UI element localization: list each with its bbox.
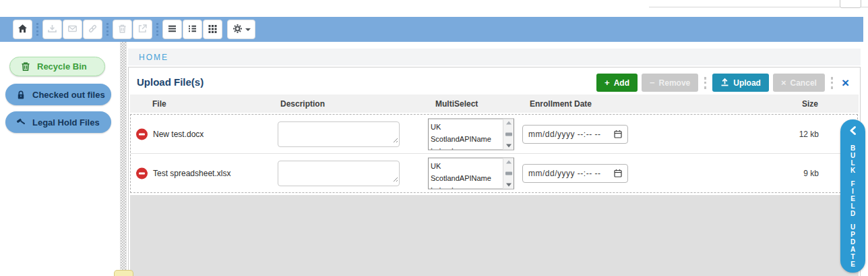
calendar-icon (614, 169, 622, 177)
sidebar-item-label: Legal Hold Files (32, 117, 100, 128)
x-icon: × (781, 78, 786, 87)
home-button[interactable] (13, 20, 32, 39)
panel-resize-gutter (120, 42, 127, 276)
multiselect-option[interactable]: UK (431, 122, 441, 130)
multiselect-listbox[interactable]: UK ScotlandAPIName Ireland (428, 157, 514, 189)
app-window: Recycle Bin Checked out files Legal Hold… (0, 0, 868, 276)
column-header-file: File (152, 99, 166, 109)
listbox-scrollbar[interactable] (503, 119, 514, 149)
enrollment-date-input[interactable]: mm/dd/yyyy --:-- -- (522, 125, 628, 144)
partial-toast (114, 270, 133, 276)
remove-row-icon[interactable] (136, 167, 148, 179)
scroll-down-icon[interactable] (506, 183, 512, 186)
table-row: New test.docx UK ScotlandAPIName Ireland (131, 115, 857, 154)
sidebar-item-checked-out-files[interactable]: Checked out files (5, 84, 111, 105)
actions-separator (704, 77, 706, 89)
column-header-enrollment-date: Enrollment Date (530, 99, 592, 109)
plus-icon: + (604, 78, 610, 87)
remove-row-icon[interactable] (136, 128, 148, 140)
multiselect-option[interactable]: ScotlandAPIName (431, 173, 491, 182)
bulk-tab-word: FIELD (850, 180, 855, 217)
scroll-thumb[interactable] (505, 132, 512, 136)
panel-actions: + Add − Remove Upload × Cancel × (596, 74, 852, 92)
list-view-icon (167, 24, 177, 36)
toolbar-group-send (42, 20, 102, 39)
remove-button[interactable]: − Remove (642, 74, 698, 92)
link-icon (88, 24, 98, 36)
delete-button[interactable] (113, 20, 132, 39)
detail-view-button[interactable] (183, 20, 202, 39)
upload-icon (720, 78, 729, 88)
link-button[interactable] (83, 20, 102, 39)
delete-icon (117, 24, 127, 36)
description-field-wrap (278, 121, 400, 147)
upload-panel: Upload File(s) + Add − Remove Upload × C… (128, 67, 861, 276)
download-button[interactable] (42, 20, 62, 39)
toolbar-separator (156, 23, 158, 36)
upload-button[interactable]: Upload (712, 74, 769, 92)
close-panel-button[interactable]: × (839, 76, 852, 89)
bulk-tab-word: UPDATE (850, 223, 855, 268)
grid-view-button[interactable] (203, 20, 222, 39)
sidebar-item-label: Recycle Bin (37, 61, 87, 72)
minus-icon: − (650, 78, 655, 87)
share-button[interactable] (133, 20, 152, 39)
toolbar-separator (106, 23, 108, 36)
chevron-left-icon (848, 126, 858, 138)
breadcrumb-bar: HOME (128, 49, 861, 65)
grid-view-icon (208, 24, 218, 36)
multiselect-listbox[interactable]: UK ScotlandAPIName Ireland (428, 118, 514, 150)
settings-dropdown-button[interactable] (227, 20, 255, 39)
cancel-button[interactable]: × Cancel (773, 74, 825, 92)
table-row: Test spreadsheet.xlsx UK ScotlandAPIName… (131, 154, 857, 192)
scroll-up-icon[interactable] (506, 121, 512, 124)
settings-icon (232, 24, 243, 36)
column-header-description: Description (280, 99, 325, 109)
partial-search-input[interactable] (649, 7, 868, 7)
home-icon (18, 24, 28, 36)
breadcrumb-home-link[interactable]: HOME (139, 53, 168, 62)
sidebar-item-legal-hold-files[interactable]: Legal Hold Files (5, 111, 111, 133)
multiselect-option[interactable]: UK (431, 161, 441, 169)
bulk-tab-word: BULK (850, 144, 855, 174)
file-size: 9 kb (788, 169, 819, 178)
column-header-multiselect: MultiSelect (435, 99, 478, 109)
scroll-down-icon[interactable] (506, 144, 512, 147)
email-button[interactable] (63, 20, 82, 39)
table-header: File Description MultiSelect Enrollment … (130, 94, 859, 113)
description-input[interactable] (278, 161, 400, 186)
scroll-up-icon[interactable] (506, 160, 512, 163)
actions-separator (831, 77, 833, 89)
scroll-thumb[interactable] (505, 171, 512, 175)
multiselect-option[interactable]: Ireland (431, 146, 454, 149)
list-view-button[interactable] (162, 20, 182, 39)
enrollment-date-input[interactable]: mm/dd/yyyy --:-- -- (522, 164, 628, 183)
sidebar-item-label: Checked out files (32, 90, 105, 100)
upload-rows: New test.docx UK ScotlandAPIName Ireland (130, 114, 858, 193)
detail-view-icon (187, 24, 197, 36)
listbox-scrollbar[interactable] (503, 158, 514, 188)
file-size: 12 kb (788, 130, 819, 139)
description-field-wrap (278, 161, 400, 186)
description-input[interactable] (278, 121, 400, 147)
lock-icon (16, 90, 26, 100)
add-button[interactable]: + Add (596, 74, 638, 92)
multiselect-option[interactable]: Ireland (431, 186, 454, 188)
main-toolbar (0, 17, 863, 42)
bulk-field-update-tab[interactable]: BULK FIELD UPDATE (840, 119, 865, 273)
column-header-size: Size (787, 99, 818, 109)
sidebar-item-recycle-bin[interactable]: Recycle Bin (9, 57, 105, 76)
share-icon (137, 24, 148, 36)
toolbar-group-manage (113, 20, 152, 39)
calendar-icon (614, 130, 622, 138)
multiselect-option[interactable]: ScotlandAPIName (431, 134, 491, 142)
file-name: New test.docx (153, 130, 204, 139)
file-name: Test spreadsheet.xlsx (153, 169, 230, 178)
email-icon (67, 24, 78, 36)
download-icon (47, 24, 57, 36)
gavel-icon (16, 117, 26, 128)
panel-footer-area (130, 195, 859, 276)
toolbar-separator (36, 23, 38, 36)
trash-icon (21, 61, 30, 72)
partial-search-button[interactable] (840, 0, 861, 8)
